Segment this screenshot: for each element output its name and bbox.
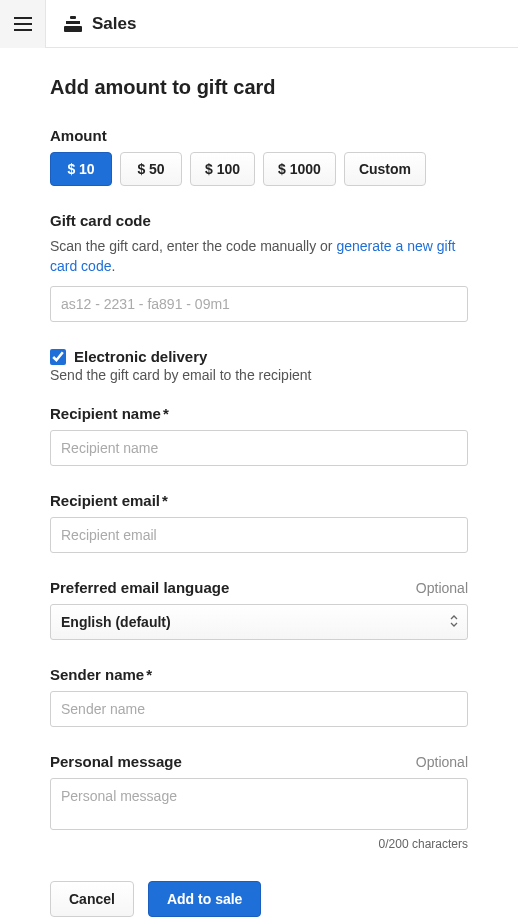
message-input[interactable]: [50, 778, 468, 830]
language-label: Preferred email language: [50, 579, 229, 596]
header-title: Sales: [92, 14, 136, 34]
header-title-area: Sales: [46, 14, 136, 34]
message-label: Personal message: [50, 753, 182, 770]
recipient-name-label: Recipient name: [50, 405, 161, 422]
sales-icon: [64, 16, 82, 32]
language-group: Preferred email language Optional Englis…: [50, 579, 468, 640]
amount-option-1[interactable]: $ 50: [120, 152, 182, 186]
hamburger-icon: [14, 17, 32, 31]
recipient-email-label: Recipient email: [50, 492, 160, 509]
cancel-button[interactable]: Cancel: [50, 881, 134, 917]
amount-option-4[interactable]: Custom: [344, 152, 426, 186]
electronic-group: Electronic delivery Send the gift card b…: [50, 348, 468, 383]
amount-options: $ 10$ 50$ 100$ 1000Custom: [50, 152, 468, 186]
amount-label: Amount: [50, 127, 468, 144]
code-group: Gift card code Scan the gift card, enter…: [50, 212, 468, 322]
code-input[interactable]: [50, 286, 468, 322]
message-group: Personal message Optional 0/200 characte…: [50, 753, 468, 851]
optional-label: Optional: [416, 580, 468, 596]
add-to-sale-button[interactable]: Add to sale: [148, 881, 261, 917]
svg-rect-2: [64, 26, 82, 32]
action-row: Cancel Add to sale: [50, 881, 468, 917]
required-mark: *: [146, 666, 152, 683]
electronic-helper: Send the gift card by email to the recip…: [50, 367, 468, 383]
menu-button[interactable]: [0, 0, 46, 48]
amount-option-0[interactable]: $ 10: [50, 152, 112, 186]
amount-option-2[interactable]: $ 100: [190, 152, 255, 186]
recipient-name-input[interactable]: [50, 430, 468, 466]
recipient-name-group: Recipient name*: [50, 405, 468, 466]
sender-name-input[interactable]: [50, 691, 468, 727]
code-helper-post: .: [111, 258, 115, 274]
electronic-checkbox[interactable]: [50, 349, 66, 365]
sender-name-group: Sender name*: [50, 666, 468, 727]
page-title: Add amount to gift card: [50, 76, 468, 99]
optional-label: Optional: [416, 754, 468, 770]
required-mark: *: [162, 492, 168, 509]
electronic-label: Electronic delivery: [74, 348, 207, 365]
code-helper-pre: Scan the gift card, enter the code manua…: [50, 238, 336, 254]
code-label: Gift card code: [50, 212, 468, 229]
required-mark: *: [163, 405, 169, 422]
code-helper: Scan the gift card, enter the code manua…: [50, 237, 468, 276]
amount-group: Amount $ 10$ 50$ 100$ 1000Custom: [50, 127, 468, 186]
sender-name-label: Sender name: [50, 666, 144, 683]
svg-rect-0: [70, 16, 76, 19]
recipient-email-input[interactable]: [50, 517, 468, 553]
top-bar: Sales: [0, 0, 518, 48]
recipient-email-group: Recipient email*: [50, 492, 468, 553]
language-select[interactable]: English (default): [50, 604, 468, 640]
amount-option-3[interactable]: $ 1000: [263, 152, 336, 186]
content: Add amount to gift card Amount $ 10$ 50$…: [0, 48, 518, 918]
char-counter: 0/200 characters: [50, 837, 468, 851]
svg-rect-1: [66, 21, 80, 24]
